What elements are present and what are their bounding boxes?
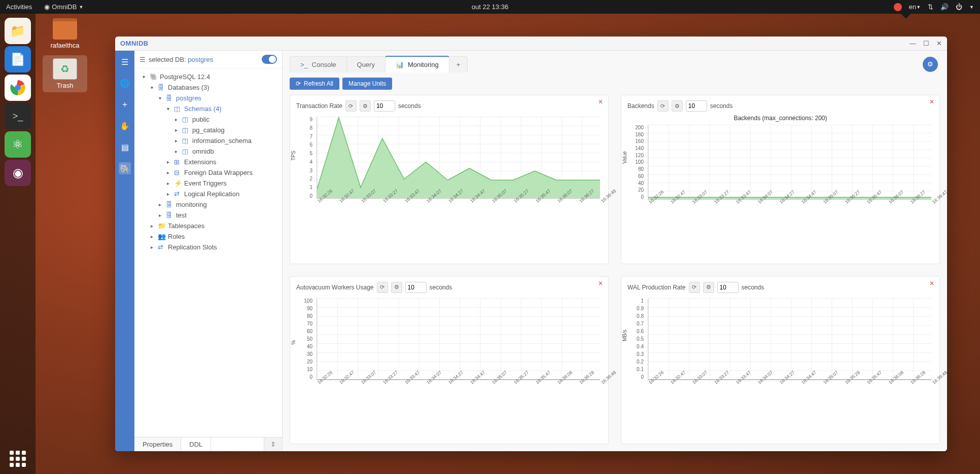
- gear-icon[interactable]: ⚙: [672, 100, 683, 112]
- chart-icon: 📊: [396, 61, 404, 68]
- schema-icon: ◫: [182, 148, 190, 155]
- desktop-folder-label: rafaelthca: [43, 42, 87, 49]
- y-axis-label: MB/s: [622, 330, 627, 341]
- tree-schema-omnidb[interactable]: ▸◫omnidb: [134, 146, 282, 157]
- tree-databases[interactable]: ▾🗄Databases (3): [134, 82, 282, 93]
- card-close-icon[interactable]: ✕: [929, 98, 934, 105]
- activities-button[interactable]: Activities: [6, 3, 32, 11]
- network-icon[interactable]: ⇅: [928, 3, 933, 11]
- tree-schema-public[interactable]: ▸◫public: [134, 114, 282, 125]
- resize-handle-icon[interactable]: ⇕: [264, 437, 282, 451]
- interval-input[interactable]: [405, 282, 427, 293]
- dock-terminal-icon[interactable]: >_: [5, 103, 31, 129]
- tree-extensions[interactable]: ▸⊞Extensions: [134, 157, 282, 167]
- tab-query[interactable]: Query: [346, 56, 386, 72]
- tree-schemas[interactable]: ▾◫Schemas (4): [134, 103, 282, 114]
- interval-input[interactable]: [686, 100, 707, 112]
- gear-icon[interactable]: ⚙: [360, 100, 371, 112]
- app-menu[interactable]: ◉OmniDB▼: [44, 3, 83, 11]
- card-title: Backends: [627, 102, 654, 110]
- y-axis-label: TPS: [291, 151, 296, 160]
- rail-menu-icon[interactable]: ☰: [119, 56, 131, 68]
- rail-postgres-icon[interactable]: 🐘: [119, 162, 131, 174]
- rail-connections-icon[interactable]: 🌐: [119, 77, 131, 89]
- titlebar[interactable]: OMNIDB — ☐ ✕: [115, 37, 947, 51]
- lang-indicator[interactable]: en ▼: [909, 3, 921, 11]
- system-menu-caret[interactable]: ▼: [969, 5, 974, 10]
- console-icon: >_: [300, 61, 308, 68]
- interval-input[interactable]: [374, 100, 395, 112]
- clock[interactable]: out 22 13:36: [472, 3, 508, 11]
- refresh-icon[interactable]: ⟳: [377, 282, 388, 293]
- window-close-icon[interactable]: ✕: [936, 40, 942, 47]
- tab-properties[interactable]: Properties: [134, 437, 181, 451]
- gear-icon[interactable]: ⚙: [391, 282, 402, 293]
- tree-roles[interactable]: ▸👥Roles: [134, 231, 282, 242]
- tab-ddl[interactable]: DDL: [181, 437, 211, 451]
- tree-db-postgres[interactable]: ▾🗄postgres: [134, 93, 282, 103]
- window-maximize-icon[interactable]: ☐: [923, 40, 929, 47]
- window-minimize-icon[interactable]: —: [909, 40, 916, 47]
- sidebar-toggle[interactable]: [262, 55, 277, 64]
- desktop-trash[interactable]: Trash: [43, 55, 87, 92]
- dock-atom-icon[interactable]: ⚛: [5, 131, 31, 158]
- manage-units-button[interactable]: Manage Units: [342, 78, 392, 90]
- selected-db-label: selected DB:: [149, 56, 186, 63]
- fdw-icon: ⊟: [174, 169, 182, 176]
- tree-fdw[interactable]: ▸⊟Foreign Data Wrappers: [134, 167, 282, 178]
- folder-icon: 📁: [158, 222, 166, 230]
- desktop-icons: rafaelthca Trash: [43, 18, 87, 92]
- dock-files-icon[interactable]: 📁: [5, 18, 31, 44]
- tree-tablespaces[interactable]: ▸📁Tablespaces: [134, 221, 282, 231]
- selected-db-name[interactable]: postgres: [188, 56, 213, 63]
- tree-logical-repl[interactable]: ▸⇄Logical Replication: [134, 189, 282, 199]
- tree-db-monitoring[interactable]: ▸🗄monitoring: [134, 199, 282, 210]
- replication-icon: ⇄: [174, 190, 182, 198]
- card-close-icon[interactable]: ✕: [929, 280, 934, 287]
- dock-apps-grid-icon[interactable]: [10, 451, 26, 467]
- refresh-all-button[interactable]: ⟳Refresh All: [290, 78, 339, 90]
- refresh-icon[interactable]: ⟳: [689, 282, 700, 293]
- chart-plot: [317, 298, 600, 380]
- card-title: Autovacuum Workers Usage: [296, 284, 374, 291]
- refresh-icon: ⟳: [296, 80, 301, 87]
- users-icon: 👥: [158, 233, 166, 240]
- database-icon: 🗄: [166, 94, 174, 102]
- rail-snippet-icon[interactable]: ▤: [119, 141, 131, 153]
- card-close-icon[interactable]: ✕: [598, 280, 603, 287]
- tree-schema-info[interactable]: ▸◫information_schema: [134, 135, 282, 146]
- gear-icon[interactable]: ⚙: [703, 282, 714, 293]
- tree-event-triggers[interactable]: ▸⚡Event Triggers: [134, 178, 282, 189]
- card-transaction-rate: ✕ Transaction Rate ⟳ ⚙ seconds TPS 98765…: [290, 95, 609, 264]
- tab-console[interactable]: >_Console: [290, 56, 347, 72]
- volume-icon[interactable]: 🔊: [940, 3, 949, 11]
- dock-chrome-icon[interactable]: [5, 75, 31, 101]
- tree-repl-slots[interactable]: ▸⇄Replication Slots: [134, 242, 282, 252]
- y-axis: 200180160140120100806040200: [627, 123, 646, 212]
- tree-schema-pgcatalog[interactable]: ▸◫pg_catalog: [134, 125, 282, 135]
- card-title: WAL Production Rate: [627, 284, 686, 291]
- rail-hand-icon[interactable]: ✋: [119, 120, 131, 132]
- refresh-icon[interactable]: ⟳: [657, 100, 669, 112]
- dock-libreoffice-icon[interactable]: 📄: [5, 46, 31, 72]
- tab-monitoring[interactable]: 📊Monitoring: [385, 56, 449, 72]
- tree-db-test[interactable]: ▸🗄test: [134, 210, 282, 221]
- x-axis: 16:32:2616:32:4716:33:0716:33:2716:33:47…: [648, 381, 931, 393]
- tree-root[interactable]: ▾🐘PostgreSQL 12.4: [134, 71, 282, 82]
- menu-icon[interactable]: ☰: [139, 56, 146, 63]
- replication-icon: ⇄: [158, 243, 166, 251]
- rail-add-icon[interactable]: ＋: [119, 98, 131, 111]
- schema-icon: ◫: [182, 116, 190, 123]
- notification-indicator[interactable]: [894, 3, 902, 11]
- icon-rail: ☰ 🌐 ＋ ✋ ▤ 🐘: [115, 51, 134, 451]
- main-tabs: >_Console Query 📊Monitoring + ⚙: [283, 51, 947, 72]
- tab-add[interactable]: +: [449, 56, 468, 72]
- card-close-icon[interactable]: ✕: [598, 98, 603, 105]
- x-axis: 16:32:2616:32:4716:33:0716:33:2716:33:47…: [317, 381, 600, 393]
- refresh-icon[interactable]: ⟳: [345, 100, 357, 112]
- dock-ubuntu-icon[interactable]: ◉: [5, 160, 31, 186]
- desktop-folder[interactable]: rafaelthca: [43, 18, 87, 49]
- power-icon[interactable]: ⏻: [956, 3, 962, 11]
- settings-button[interactable]: ⚙: [923, 57, 938, 72]
- interval-input[interactable]: [717, 282, 739, 293]
